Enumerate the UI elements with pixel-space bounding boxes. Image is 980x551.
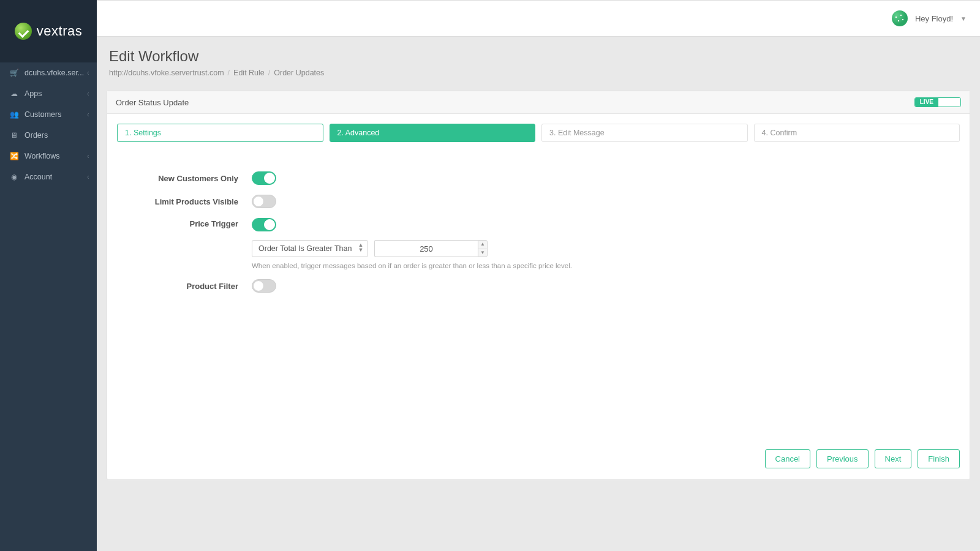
nav-icon: 🛒 [10,69,18,77]
stepper-up-button[interactable]: ▲ [478,241,487,249]
wizard-steps: 1. Settings2. Advanced3. Edit Message4. … [107,114,970,147]
nav-icon: ☁ [10,89,18,98]
cancel-button[interactable]: Cancel [765,449,810,468]
sidebar: vextras 🛒dcuhs.vfoke.ser...‹☁Apps‹👥Custo… [0,0,97,551]
toggle-new-customers[interactable] [252,171,276,185]
row-product-filter: Product Filter [117,279,960,293]
nav-label: Account [24,173,87,181]
price-stepper: ▲ ▼ [478,240,488,257]
select-price-condition-wrap: Order Total Is Greater ThanOrder Total I… [252,240,368,257]
topbar: Hey Floyd! ▼ [97,0,980,37]
nav-icon: 🔀 [10,152,18,160]
workflow-panel: Order Status Update LIVE 1. Settings2. A… [107,91,970,480]
stepper-down-button[interactable]: ▼ [478,249,487,257]
finish-button[interactable]: Finish [918,449,960,468]
form-area: New Customers Only Limit Products Visibl… [107,147,970,367]
row-limit-products: Limit Products Visible [117,195,960,208]
sidebar-item-2[interactable]: 👥Customers‹ [0,104,97,125]
step-4[interactable]: 4. Confirm [754,124,960,142]
live-badge[interactable]: LIVE [914,97,961,107]
user-greeting: Hey Floyd! [915,14,953,23]
sidebar-item-5[interactable]: ◉Account‹ [0,167,97,187]
logo-mark-icon [15,23,32,40]
panel-header: Order Status Update LIVE [107,91,970,114]
toggle-price-trigger[interactable] [252,218,276,231]
user-menu-caret-icon[interactable]: ▼ [960,15,967,22]
main: Hey Floyd! ▼ Edit Workflow http://dcuhs.… [97,0,980,551]
chevron-left-icon: ‹ [88,110,89,119]
live-badge-label: LIVE [915,98,938,107]
nav-label: dcuhs.vfoke.ser... [24,69,87,77]
nav-icon: 👥 [10,110,18,119]
sidebar-item-0[interactable]: 🛒dcuhs.vfoke.ser...‹ [0,62,97,83]
avatar[interactable] [892,10,908,26]
sidebar-item-4[interactable]: 🔀Workflows‹ [0,146,97,167]
sidebar-item-1[interactable]: ☁Apps‹ [0,83,97,104]
nav-icon: ◉ [10,173,18,181]
previous-button[interactable]: Previous [816,449,869,468]
nav: 🛒dcuhs.vfoke.ser...‹☁Apps‹👥Customers‹🖥Or… [0,62,97,551]
row-price-trigger: Price Trigger Order Total Is Greater Tha… [117,218,960,269]
logo-text: vextras [37,23,82,39]
input-price-value[interactable] [374,240,478,257]
panel-title: Order Status Update [116,98,189,107]
breadcrumb-item[interactable]: Edit Rule [233,69,265,77]
logo-area: vextras [0,0,97,62]
live-badge-slot [938,98,960,107]
label-new-customers: New Customers Only [117,174,252,183]
panel-footer: Cancel Previous Next Finish [107,441,970,479]
toggle-limit-products[interactable] [252,195,276,208]
row-new-customers: New Customers Only [117,171,960,185]
label-limit-products: Limit Products Visible [117,197,252,206]
step-2[interactable]: 2. Advanced [330,124,536,142]
label-product-filter: Product Filter [117,282,252,291]
step-3[interactable]: 3. Edit Message [541,124,748,142]
nav-icon: 🖥 [10,131,18,140]
chevron-left-icon: ‹ [88,89,89,98]
nav-label: Customers [24,110,87,119]
page-title: Edit Workflow [109,48,968,65]
breadcrumb-item[interactable]: Order Updates [274,69,324,77]
breadcrumb: http://dcuhs.vfoke.servertrust.com/Edit … [109,69,968,77]
logo[interactable]: vextras [15,23,82,40]
sidebar-item-3[interactable]: 🖥Orders [0,125,97,146]
select-price-condition[interactable]: Order Total Is Greater ThanOrder Total I… [252,240,368,257]
chevron-left-icon: ‹ [88,152,89,160]
nav-label: Orders [24,131,89,140]
page-header: Edit Workflow http://dcuhs.vfoke.servert… [97,37,980,82]
nav-label: Apps [24,89,87,98]
toggle-product-filter[interactable] [252,279,276,293]
chevron-left-icon: ‹ [88,173,89,181]
step-1[interactable]: 1. Settings [117,124,323,142]
next-button[interactable]: Next [875,449,912,468]
nav-label: Workflows [24,152,87,160]
price-trigger-hint: When enabled, trigger messages based on … [252,262,960,269]
breadcrumb-item[interactable]: http://dcuhs.vfoke.servertrust.com [109,69,224,77]
chevron-left-icon: ‹ [88,69,89,77]
label-price-trigger: Price Trigger [117,218,252,228]
price-value-wrap: ▲ ▼ [374,240,488,257]
